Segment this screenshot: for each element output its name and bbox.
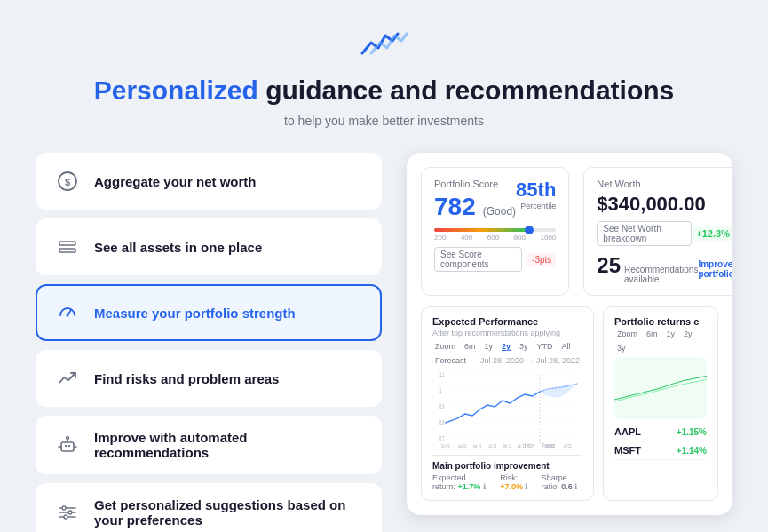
- stock-aapl-name: AAPL: [614, 426, 641, 437]
- page-container: Personalized guidance and recommendation…: [0, 0, 768, 532]
- net-worth-row: See Net Worth breakdown +12.3%: [597, 221, 732, 246]
- header-section: Personalized guidance and recommendation…: [94, 27, 675, 128]
- feature-portfolio-strength[interactable]: Measure your portfolio strength: [36, 284, 382, 341]
- reco-count: 25: [597, 253, 621, 278]
- svg-text:History: History: [525, 442, 535, 449]
- sliders-icon: [53, 498, 82, 527]
- svg-text:Jan '21: Jan '21: [458, 443, 467, 449]
- portfolio-score-value: 782: [434, 193, 476, 221]
- recommendations-row: 25 Recommendations available Improve por…: [597, 253, 732, 284]
- main-content: $ Aggregate your net worth See all asset…: [36, 153, 732, 532]
- expected-return-metric: Expected return: +1.7% ℹ: [432, 473, 489, 491]
- chart-subtitle: After top recommendations applying: [432, 329, 582, 337]
- features-list: $ Aggregate your net worth See all asset…: [36, 153, 382, 532]
- score-bar-dot: [525, 226, 534, 234]
- svg-text:Apr '21: Apr '21: [473, 443, 482, 449]
- score-bar-fill: [434, 228, 529, 232]
- zoom-all[interactable]: All: [559, 341, 574, 352]
- svg-rect-7: [65, 445, 67, 447]
- trends-icon: [53, 364, 82, 393]
- reco-label: Recommendations: [624, 265, 698, 274]
- svg-text:0.9: 0.9: [439, 403, 444, 409]
- svg-text:Apr '22: Apr '22: [546, 443, 555, 449]
- feature-automate-label: Improve with automated recommendations: [94, 430, 364, 460]
- date-range: Jul 28, 2020 → Jul 28, 2022: [478, 355, 582, 366]
- chart-title: Expected Performance: [432, 316, 582, 327]
- feature-all-assets-label: See all assets in one place: [94, 240, 262, 255]
- feature-risks-label: Find risks and problem areas: [94, 371, 279, 386]
- stock-aapl-pct: +1.15%: [677, 427, 707, 437]
- svg-text:0.8: 0.8: [439, 419, 444, 425]
- portfolio-score-label: Portfolio Score: [434, 179, 516, 189]
- returns-chart-bg: [614, 357, 707, 419]
- score-bar-labels: 2004006008001000: [434, 234, 556, 242]
- chart-metrics: Expected return: +1.7% ℹ Risk: +7.0% ℹ S…: [432, 473, 582, 491]
- svg-text:Oct '20: Oct '20: [441, 443, 450, 449]
- improvement-title: Main portfolio improvement: [432, 461, 582, 471]
- feature-all-assets[interactable]: See all assets in one place: [36, 218, 382, 275]
- dollar-circle-icon: $: [53, 167, 82, 195]
- chart-section: Expected Performance After top recommend…: [421, 306, 718, 501]
- zoom-3y[interactable]: 3y: [517, 341, 531, 352]
- expected-return-value: +1.7%: [458, 482, 481, 491]
- risk-value: +7.0%: [500, 482, 523, 491]
- portfolio-score-good: (Good): [483, 205, 516, 218]
- svg-point-10: [67, 437, 69, 440]
- net-worth-breakdown-link[interactable]: See Net Worth breakdown: [597, 221, 692, 246]
- svg-rect-8: [68, 445, 70, 447]
- portfolio-returns-chart: Portfolio returns c Zoom 6m 1y 2y 3y: [603, 306, 718, 501]
- percentile-value: 85th: [516, 179, 556, 201]
- expected-performance-chart: Expected Performance After top recommend…: [421, 306, 594, 501]
- feature-personalized-label: Get personalized suggestions based on yo…: [94, 497, 364, 528]
- stock-msft: MSFT +1.14%: [614, 441, 707, 460]
- zoom-controls: Zoom 6m 1y 2y 3y YTD All Forecast Jul 28…: [432, 341, 582, 366]
- svg-text:$: $: [65, 177, 70, 187]
- portfolio-score-card: Portfolio Score 782 (Good) 85th Percenti…: [421, 167, 569, 296]
- zoom-ytd[interactable]: YTD: [534, 341, 556, 352]
- layers-icon: [53, 233, 82, 261]
- chart-svg-area: 1.1 1 0.9 0.8 0.7: [432, 369, 582, 449]
- zoom-label: Zoom: [432, 341, 458, 352]
- returns-zoom-controls: Zoom 6m 1y 2y 3y: [614, 329, 707, 353]
- svg-text:Oct '21: Oct '21: [503, 443, 512, 449]
- page-subtitle: to help you make better investments: [284, 114, 484, 128]
- zoom-forecast[interactable]: Forecast: [432, 355, 469, 366]
- dashboard-top-cards: Portfolio Score 782 (Good) 85th Percenti…: [421, 167, 718, 296]
- feature-automate[interactable]: Improve with automated recommendations: [36, 416, 382, 474]
- svg-point-17: [68, 511, 72, 514]
- svg-point-18: [64, 515, 67, 519]
- dashboard-preview: Portfolio Score 782 (Good) 85th Percenti…: [407, 153, 732, 515]
- chart-bottom: Main portfolio improvement Expected retu…: [432, 455, 582, 491]
- percentile-label: Percentile: [516, 202, 556, 210]
- net-worth-change-pct: +12.3%: [692, 226, 732, 241]
- feature-risks[interactable]: Find risks and problem areas: [36, 350, 382, 407]
- feature-net-worth[interactable]: $ Aggregate your net worth: [36, 153, 382, 210]
- zoom-2y[interactable]: 2y: [499, 341, 513, 352]
- returns-zoom-3y[interactable]: 3y: [614, 343, 629, 353]
- stock-msft-name: MSFT: [614, 445, 641, 456]
- gauge-icon: [53, 298, 82, 327]
- svg-rect-2: [59, 242, 75, 245]
- svg-text:1.1: 1.1: [439, 371, 444, 377]
- see-components-link[interactable]: See Score components: [434, 247, 522, 272]
- net-worth-value: $340,000.00: [597, 193, 732, 216]
- feature-personalized[interactable]: Get personalized suggestions based on yo…: [36, 483, 382, 532]
- zoom-6m[interactable]: 6m: [462, 341, 479, 352]
- svg-rect-3: [59, 249, 75, 252]
- zoom-1y[interactable]: 1y: [482, 341, 496, 352]
- stock-msft-pct: +1.14%: [677, 446, 707, 456]
- returns-zoom-2y[interactable]: 2y: [681, 329, 695, 339]
- stock-aapl: AAPL +1.15%: [614, 423, 707, 441]
- svg-text:Jul '21: Jul '21: [488, 443, 496, 449]
- robot-icon: [53, 431, 82, 459]
- svg-text:Jul '22: Jul '22: [564, 443, 572, 449]
- svg-text:Jan '22: Jan '22: [517, 443, 526, 449]
- returns-zoom-1y[interactable]: 1y: [664, 329, 678, 339]
- returns-zoom-label: Zoom: [614, 329, 640, 339]
- net-worth-label: Net Worth: [597, 179, 732, 189]
- returns-zoom-6m[interactable]: 6m: [644, 329, 661, 339]
- reco-sublabel: available: [624, 274, 698, 284]
- risk-metric: Risk: +7.0% ℹ: [500, 473, 531, 491]
- improve-portfolio-link[interactable]: Improve portfolio: [698, 259, 732, 279]
- see-components-row: See Score components -3pts: [434, 247, 556, 272]
